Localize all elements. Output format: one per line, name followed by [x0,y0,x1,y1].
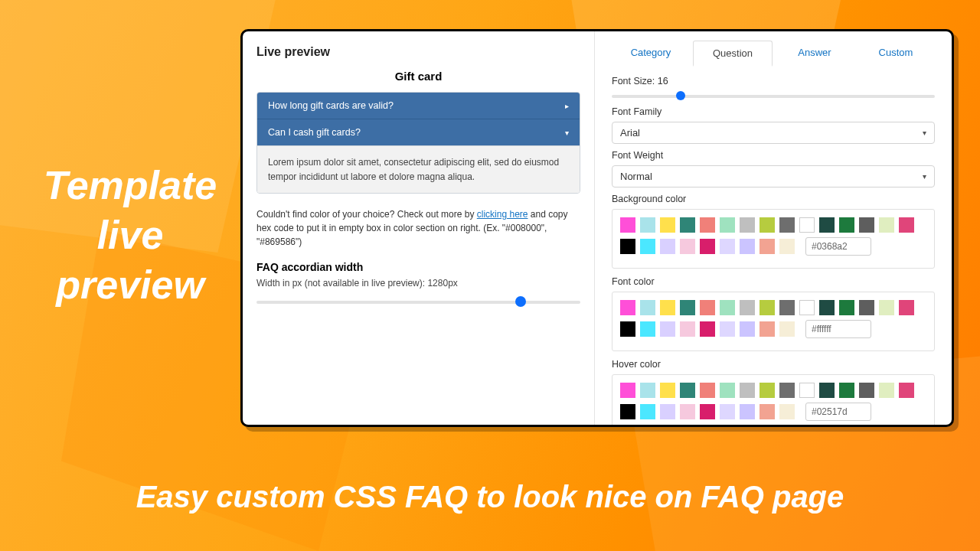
color-swatch[interactable] [640,239,655,254]
color-swatch[interactable] [680,383,695,398]
color-swatch[interactable] [760,239,775,254]
color-swatch[interactable] [720,404,735,419]
color-swatch[interactable] [740,383,755,398]
color-swatch[interactable] [680,404,695,419]
color-swatch[interactable] [620,300,635,315]
color-swatch[interactable] [700,239,715,254]
color-swatch[interactable] [839,300,854,315]
tab-question[interactable]: Question [693,41,773,67]
color-swatch[interactable] [879,300,894,315]
color-swatch[interactable] [740,239,755,254]
color-swatch[interactable] [660,321,675,337]
color-swatch[interactable] [819,300,835,315]
color-help-link[interactable]: clicking here [477,209,528,220]
color-swatch[interactable] [680,321,695,337]
faq-category-title: Gift card [256,70,580,83]
color-swatch[interactable] [640,321,655,337]
color-swatch[interactable] [680,239,695,254]
color-swatch[interactable] [760,217,775,233]
color-swatch[interactable] [660,300,675,315]
color-swatch[interactable] [620,239,635,254]
color-swatch[interactable] [760,300,775,315]
color-swatch[interactable] [899,300,914,315]
color-swatch[interactable] [859,300,874,315]
settings-tabs: CategoryQuestionAnswerCustom [612,41,935,67]
hero-headline: Template live preview [31,161,230,310]
tab-category[interactable]: Category [612,41,690,67]
color-swatch[interactable] [760,404,775,419]
color-swatch[interactable] [760,321,775,337]
color-swatch[interactable] [839,217,854,233]
chevron-down-icon: ▾ [923,172,926,181]
color-swatch[interactable] [799,383,815,398]
faq-accordion: How long gift cards are valid? ▸ Can I c… [256,92,580,194]
color-swatch[interactable] [700,383,715,398]
font-family-select[interactable]: Arial ▾ [612,122,935,144]
color-swatch[interactable] [700,300,715,315]
hex-input[interactable] [805,320,871,338]
color-swatch[interactable] [720,300,735,315]
accordion-width-slider[interactable] [256,296,580,307]
hero-subheadline: Easy custom CSS FAQ to look nice on FAQ … [0,480,980,514]
accordion-width-label: Width in px (not available in live previ… [256,278,580,289]
color-swatch[interactable] [859,217,874,233]
color-swatch[interactable] [620,321,635,337]
color-swatch[interactable] [740,404,755,419]
color-swatch[interactable] [819,383,835,398]
color-swatch[interactable] [779,239,795,254]
color-swatch[interactable] [779,321,795,337]
color-swatch[interactable] [720,383,735,398]
color-swatch[interactable] [899,217,914,233]
color-swatch[interactable] [640,383,655,398]
color-swatch[interactable] [779,383,795,398]
color-swatch[interactable] [660,217,675,233]
color-swatch[interactable] [799,300,815,315]
color-swatch[interactable] [740,321,755,337]
color-swatch[interactable] [640,404,655,419]
color-swatch[interactable] [899,383,914,398]
font-color-palette [612,292,935,351]
color-swatch[interactable] [620,404,635,419]
color-swatch[interactable] [700,404,715,419]
preview-title: Live preview [256,45,580,59]
color-swatch[interactable] [720,217,735,233]
color-swatch[interactable] [640,300,655,315]
tab-custom[interactable]: Custom [857,41,935,67]
accordion-width-heading: FAQ accordian width [256,261,580,273]
color-swatch[interactable] [660,383,675,398]
color-swatch[interactable] [620,383,635,398]
color-swatch[interactable] [660,404,675,419]
faq-item[interactable]: Can I cash gift cards? ▾ [257,119,580,145]
faq-item[interactable]: How long gift cards are valid? ▸ [257,93,580,119]
color-swatch[interactable] [720,321,735,337]
color-swatch[interactable] [700,321,715,337]
color-swatch[interactable] [660,239,675,254]
color-swatch[interactable] [839,383,854,398]
color-swatch[interactable] [620,217,635,233]
hover-color-label: Hover color [612,359,935,370]
color-swatch[interactable] [640,217,655,233]
color-swatch[interactable] [760,383,775,398]
tab-answer[interactable]: Answer [776,41,854,67]
color-swatch[interactable] [879,217,894,233]
color-swatch[interactable] [680,300,695,315]
color-swatch[interactable] [740,300,755,315]
color-swatch[interactable] [799,217,815,233]
color-swatch[interactable] [879,383,894,398]
color-swatch[interactable] [779,404,795,419]
font-family-label: Font Family [612,106,935,117]
color-swatch[interactable] [819,217,835,233]
color-swatch[interactable] [740,217,755,233]
color-swatch[interactable] [859,383,874,398]
font-weight-select[interactable]: Normal ▾ [612,165,935,187]
hex-input[interactable] [805,237,871,256]
color-swatch[interactable] [700,217,715,233]
color-swatch[interactable] [779,300,795,315]
color-swatch[interactable] [720,239,735,254]
background-color-label: Background color [612,194,935,204]
font-size-slider[interactable] [612,91,935,100]
chevron-down-icon: ▾ [923,129,926,137]
color-swatch[interactable] [680,217,695,233]
color-swatch[interactable] [779,217,795,233]
hex-input[interactable] [805,403,871,421]
